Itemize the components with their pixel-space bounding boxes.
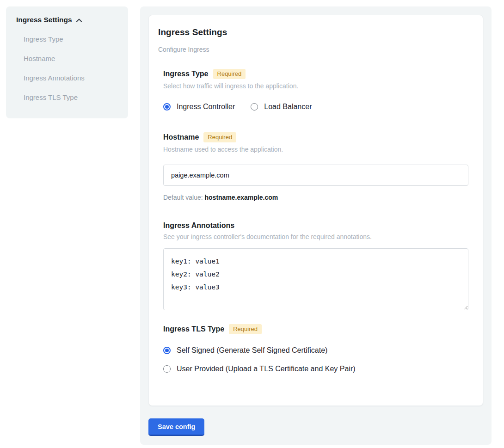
sidebar: Ingress Settings Ingress Type Hostname I… bbox=[6, 6, 128, 118]
field-hostname: Hostname Required Hostname used to acces… bbox=[163, 132, 468, 201]
radio-option-user-provided[interactable]: User Provided (Upload a TLS Certificate … bbox=[163, 365, 468, 373]
settings-panel: Ingress Settings Configure Ingress Ingre… bbox=[140, 6, 492, 445]
field-head-ingress-annotations: Ingress Annotations bbox=[163, 221, 468, 230]
hostname-input[interactable] bbox=[163, 165, 468, 186]
ingress-type-help: Select how traffic will ingress to the a… bbox=[163, 82, 468, 90]
ingress-annotations-label: Ingress Annotations bbox=[163, 221, 234, 230]
default-value-text: hostname.example.com bbox=[205, 194, 278, 201]
radio-option-load-balancer[interactable]: Load Balancer bbox=[251, 103, 312, 111]
sidebar-section-toggle[interactable]: Ingress Settings bbox=[16, 16, 118, 24]
sidebar-item-ingress-annotations[interactable]: Ingress Annotations bbox=[24, 68, 118, 88]
default-value-prefix: Default value: bbox=[163, 194, 203, 201]
sidebar-item-ingress-type[interactable]: Ingress Type bbox=[24, 30, 118, 49]
field-head-ingress-tls-type: Ingress TLS Type Required bbox=[163, 324, 468, 334]
radio-icon[interactable] bbox=[163, 365, 171, 373]
field-head-hostname: Hostname Required bbox=[163, 132, 468, 142]
ingress-type-label: Ingress Type bbox=[163, 70, 209, 78]
hostname-default-line: Default value: hostname.example.com bbox=[163, 194, 468, 201]
sidebar-nav: Ingress Type Hostname Ingress Annotation… bbox=[16, 30, 118, 107]
radio-icon[interactable] bbox=[251, 103, 258, 110]
field-ingress-type: Ingress Type Required Select how traffic… bbox=[163, 69, 468, 111]
field-ingress-tls-type: Ingress TLS Type Required Self Signed (G… bbox=[163, 324, 468, 373]
radio-option-self-signed[interactable]: Self Signed (Generate Self Signed Certif… bbox=[163, 346, 468, 355]
radio-label: Ingress Controller bbox=[177, 103, 235, 111]
radio-label: User Provided (Upload a TLS Certificate … bbox=[177, 365, 356, 373]
ingress-annotations-help: See your ingress controller's documentat… bbox=[163, 233, 468, 240]
hostname-label: Hostname bbox=[163, 133, 199, 141]
ingress-annotations-textarea[interactable]: key1: value1 key2: value2 key3: value3 bbox=[163, 248, 468, 310]
radio-icon[interactable] bbox=[163, 103, 171, 110]
required-badge: Required bbox=[213, 69, 246, 79]
chevron-up-icon bbox=[76, 18, 82, 23]
radio-label: Self Signed (Generate Self Signed Certif… bbox=[177, 346, 327, 355]
radio-option-ingress-controller[interactable]: Ingress Controller bbox=[163, 103, 235, 111]
card-title: Ingress Settings bbox=[158, 27, 468, 37]
field-ingress-annotations: Ingress Annotations See your ingress con… bbox=[163, 221, 468, 310]
radio-icon[interactable] bbox=[163, 347, 171, 354]
ingress-tls-options: Self Signed (Generate Self Signed Certif… bbox=[163, 346, 468, 373]
field-head-ingress-type: Ingress Type Required bbox=[163, 69, 468, 79]
card-subtitle: Configure Ingress bbox=[158, 46, 468, 53]
ingress-tls-type-label: Ingress TLS Type bbox=[163, 325, 224, 333]
ingress-type-options: Ingress Controller Load Balancer bbox=[163, 103, 468, 111]
required-badge: Required bbox=[229, 324, 262, 334]
sidebar-item-hostname[interactable]: Hostname bbox=[24, 49, 118, 68]
sidebar-section-title: Ingress Settings bbox=[16, 16, 72, 24]
radio-label: Load Balancer bbox=[264, 103, 312, 111]
page: Ingress Settings Ingress Type Hostname I… bbox=[0, 0, 504, 448]
sidebar-item-ingress-tls-type[interactable]: Ingress TLS Type bbox=[24, 88, 118, 107]
required-badge: Required bbox=[203, 132, 236, 142]
save-config-button[interactable]: Save config bbox=[148, 418, 204, 436]
hostname-help: Hostname used to access the application. bbox=[163, 146, 468, 153]
ingress-settings-card: Ingress Settings Configure Ingress Ingre… bbox=[148, 15, 483, 406]
